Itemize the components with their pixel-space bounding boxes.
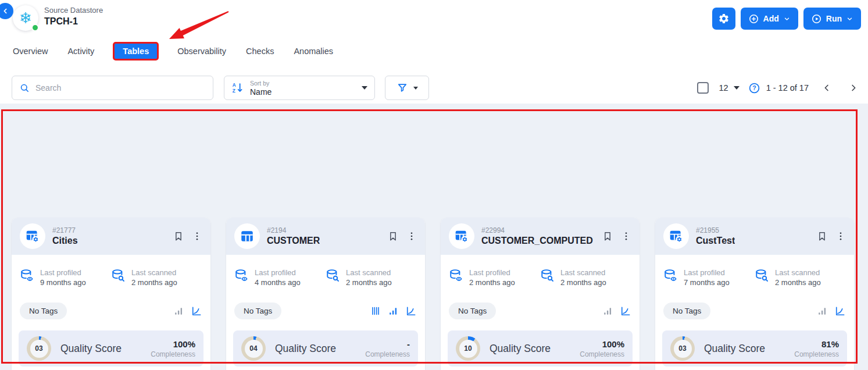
page-size-caret-icon[interactable] bbox=[734, 86, 740, 90]
table-type-badge bbox=[20, 223, 45, 249]
run-button-label: Run bbox=[826, 14, 842, 23]
bar-chart-icon[interactable] bbox=[173, 305, 184, 316]
quality-score-value: 03 bbox=[30, 340, 48, 358]
quality-score-label: Quality Score bbox=[275, 343, 336, 355]
run-button[interactable]: Run bbox=[803, 8, 861, 30]
bookmark-icon[interactable] bbox=[602, 230, 613, 242]
table-computed-icon bbox=[454, 229, 469, 244]
database-scanned-icon bbox=[326, 268, 341, 287]
tab-checks[interactable]: Checks bbox=[245, 42, 275, 61]
sort-value: Name bbox=[250, 87, 272, 97]
quality-score-label: Quality Score bbox=[704, 343, 765, 355]
tables-panel: #21777 Cities Last profiled bbox=[0, 104, 868, 370]
table-id: #22994 bbox=[481, 226, 593, 234]
completeness-value: 81% bbox=[794, 339, 839, 349]
table-card[interactable]: #2194 CUSTOMER Last profiled bbox=[226, 218, 425, 370]
table-card[interactable]: #21777 Cities Last profiled bbox=[12, 218, 210, 370]
last-profiled-value: 4 months ago bbox=[255, 278, 301, 287]
line-chart-icon[interactable] bbox=[834, 305, 846, 317]
select-all-checkbox[interactable] bbox=[697, 82, 709, 94]
svg-text:A: A bbox=[233, 83, 236, 88]
prev-page-button[interactable] bbox=[821, 83, 832, 93]
table-card-header: #21777 Cities bbox=[12, 218, 210, 255]
tags-pill: No Tags bbox=[234, 303, 281, 319]
last-scanned-value: 2 months ago bbox=[560, 278, 606, 287]
last-profiled-label: Last profiled bbox=[255, 268, 301, 277]
line-chart-icon[interactable] bbox=[191, 305, 202, 317]
add-button-label: Add bbox=[763, 14, 779, 23]
quality-score-ring: 03 bbox=[670, 336, 695, 361]
database-profiled-icon bbox=[663, 268, 678, 287]
quality-score-panel: 03 Quality Score 81% Completeness bbox=[662, 330, 847, 367]
histogram-icon[interactable] bbox=[370, 305, 381, 316]
bar-chart-icon[interactable] bbox=[817, 305, 828, 316]
table-type-badge bbox=[663, 223, 689, 249]
table-type-badge bbox=[449, 223, 474, 249]
pagination: 12 ? 1 - 12 of 17 bbox=[697, 82, 859, 94]
last-scanned-value: 2 months ago bbox=[346, 278, 392, 287]
table-card[interactable]: #22994 CUSTOMER_COMPUTED Last bbox=[441, 218, 640, 370]
plus-circle-icon bbox=[748, 13, 759, 24]
database-profiled-icon bbox=[20, 268, 35, 287]
database-profiled-icon bbox=[449, 268, 464, 287]
table-computed-icon bbox=[669, 229, 684, 244]
table-id: #21777 bbox=[52, 226, 78, 234]
quality-score-ring: 04 bbox=[241, 336, 266, 361]
filter-button[interactable] bbox=[385, 76, 429, 100]
tab-activity[interactable]: Activity bbox=[66, 42, 95, 61]
sort-dropdown[interactable]: AZ Sort by Name bbox=[224, 76, 375, 100]
table-name: CUSTOMER bbox=[267, 236, 320, 246]
last-scanned-label: Last scanned bbox=[131, 268, 177, 277]
sort-by-label: Sort by bbox=[250, 80, 272, 87]
tab-tables[interactable]: Tables bbox=[113, 42, 159, 61]
database-scanned-icon bbox=[540, 268, 555, 287]
last-profiled-label: Last profiled bbox=[684, 268, 730, 277]
last-scanned-label: Last scanned bbox=[560, 268, 606, 277]
quality-score-panel: 10 Quality Score 100% Completeness bbox=[448, 330, 633, 367]
kebab-menu-icon[interactable] bbox=[621, 230, 631, 242]
tab-observability[interactable]: Observability bbox=[176, 42, 227, 61]
snowflake-icon: ❄ bbox=[19, 10, 32, 26]
tab-anomalies[interactable]: Anomalies bbox=[292, 42, 334, 61]
completeness-value: - bbox=[365, 339, 410, 349]
quality-score-ring: 03 bbox=[27, 336, 51, 361]
search-input[interactable] bbox=[35, 83, 206, 92]
line-chart-icon[interactable] bbox=[405, 305, 417, 317]
quality-score-value: 04 bbox=[245, 340, 263, 358]
table-card[interactable]: #21955 CustTest Last profiled bbox=[655, 218, 854, 370]
bookmark-icon[interactable] bbox=[816, 230, 828, 242]
source-type-label: Source Datastore bbox=[44, 6, 103, 15]
kebab-menu-icon[interactable] bbox=[835, 230, 846, 242]
table-id: #2194 bbox=[267, 226, 320, 234]
line-chart-icon[interactable] bbox=[620, 305, 631, 317]
kebab-menu-icon[interactable] bbox=[192, 230, 202, 242]
bookmark-icon[interactable] bbox=[387, 230, 399, 242]
next-page-button[interactable] bbox=[848, 83, 859, 93]
add-button[interactable]: Add bbox=[741, 8, 798, 30]
last-profiled-value: 7 months ago bbox=[684, 278, 730, 287]
tab-bar: Overview Activity Tables Observability C… bbox=[12, 42, 334, 61]
datastore-name: TPCH-1 bbox=[44, 16, 103, 27]
completeness-label: Completeness bbox=[151, 350, 195, 358]
bar-chart-icon[interactable] bbox=[388, 305, 399, 316]
pagination-range: 1 - 12 of 17 bbox=[766, 83, 809, 92]
table-name: CUSTOMER_COMPUTED bbox=[481, 236, 593, 246]
last-scanned-value: 2 months ago bbox=[131, 278, 177, 287]
last-scanned-label: Last scanned bbox=[775, 268, 821, 277]
completeness-label: Completeness bbox=[365, 350, 410, 358]
kebab-menu-icon[interactable] bbox=[406, 230, 417, 242]
help-icon[interactable]: ? bbox=[748, 82, 760, 94]
settings-button[interactable] bbox=[712, 8, 735, 30]
back-button[interactable] bbox=[0, 3, 13, 19]
completeness-value: 100% bbox=[151, 339, 195, 349]
last-profiled-label: Last profiled bbox=[40, 268, 86, 277]
database-profiled-icon bbox=[234, 268, 249, 287]
page-size-value[interactable]: 12 bbox=[719, 83, 728, 92]
bar-chart-icon[interactable] bbox=[602, 305, 613, 316]
chevron-down-icon bbox=[783, 15, 791, 23]
bookmark-icon[interactable] bbox=[173, 230, 184, 242]
quality-score-panel: 04 Quality Score - Completeness bbox=[233, 330, 418, 367]
tab-overview[interactable]: Overview bbox=[12, 42, 49, 61]
search-box bbox=[12, 76, 213, 100]
table-name: CustTest bbox=[696, 236, 735, 246]
